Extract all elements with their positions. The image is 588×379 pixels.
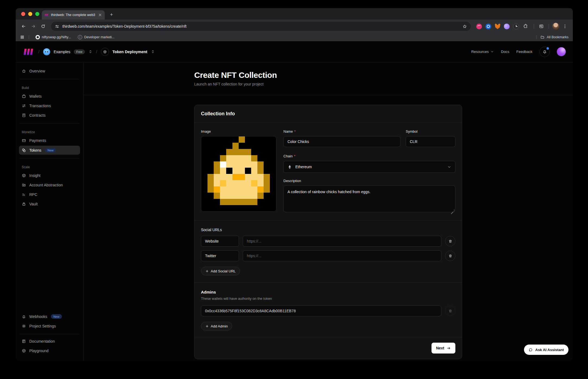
browser-profile-avatar[interactable] — [552, 23, 559, 30]
sidebar-item-rpc[interactable]: RPC — [19, 190, 80, 199]
social-urls-section: Social URLs Add Social URL — [201, 228, 455, 275]
all-bookmarks[interactable]: All Bookmarks — [535, 35, 568, 39]
sidebar-item-webhooks[interactable]: WebhooksNew — [19, 312, 80, 321]
delete-social-url-button[interactable] — [445, 236, 455, 246]
sidebar-item-contracts[interactable]: Contracts — [19, 111, 80, 120]
sidebar-item-wallets[interactable]: Wallets — [19, 92, 80, 101]
project-switcher-icon[interactable] — [151, 50, 155, 54]
sidebar-item-project-settings[interactable]: Project Settings — [19, 322, 80, 330]
side-panel-button[interactable] — [537, 22, 545, 30]
bookmark-item[interactable]: Developer marketi... — [76, 35, 117, 39]
extension-icon-purple[interactable] — [504, 24, 510, 29]
contracts-icon — [22, 113, 26, 117]
arrow-right-icon — [447, 346, 451, 350]
resources-menu[interactable]: Resources — [471, 50, 494, 54]
back-button[interactable] — [20, 22, 28, 30]
extensions-puzzle-icon[interactable] — [522, 23, 529, 30]
chain-value: Ethereum — [295, 165, 444, 169]
collection-image-upload[interactable] — [201, 136, 276, 212]
new-badge: New — [51, 314, 62, 319]
thirdweb-logo[interactable] — [23, 48, 35, 56]
sidebar-item-transactions[interactable]: Transactions — [19, 101, 80, 110]
metamask-extension-icon[interactable] — [495, 24, 500, 29]
browser-window: thirdweb: The complete web3 + thirdweb.c… — [16, 8, 573, 361]
browser-menu-button[interactable] — [561, 22, 569, 30]
ethereum-icon — [287, 165, 292, 169]
sidebar-item-documentation[interactable]: Documentation — [19, 337, 80, 346]
ask-ai-assistant-button[interactable]: Ask AI Assistant — [524, 345, 568, 355]
bookmark-label: Developer marketi... — [84, 35, 114, 39]
extension-icon-blue[interactable] — [485, 24, 491, 29]
address-bar[interactable]: thirdweb.com/team/examples/Token-Deploym… — [51, 22, 471, 31]
new-tab-button[interactable]: + — [108, 12, 114, 18]
sidebar-item-overview[interactable]: Overview — [19, 67, 80, 75]
extensions-row — [475, 23, 531, 30]
page-header: Create NFT Collection Launch an NFT coll… — [84, 62, 573, 95]
header-actions: Resources Docs Feedback — [471, 47, 566, 57]
plan-badge: Free — [74, 49, 85, 54]
add-admin-button[interactable]: Add Admin — [201, 322, 232, 330]
breadcrumb-separator: / — [38, 49, 40, 55]
social-url-input[interactable] — [243, 236, 441, 247]
bookmark-star-icon[interactable] — [462, 24, 467, 29]
chain-select[interactable]: Ethereum — [283, 161, 455, 173]
docs-link[interactable]: Docs — [501, 50, 509, 54]
image-label: Image — [201, 129, 211, 133]
social-platform-input[interactable] — [201, 236, 239, 247]
extension-icon-pink[interactable] — [476, 24, 482, 29]
delete-social-url-button[interactable] — [445, 251, 455, 261]
page-subtitle: Launch an NFT collection for your projec… — [194, 82, 462, 86]
social-urls-title: Social URLs — [201, 228, 455, 232]
reload-button[interactable] — [39, 22, 47, 30]
notification-dot — [547, 47, 549, 50]
name-input[interactable] — [283, 136, 400, 147]
cube-icon — [22, 349, 26, 353]
bookmark-item[interactable]: niftyswap.gg/Nifty... — [33, 35, 73, 39]
sidebar-item-account-abstraction[interactable]: Account Abstraction — [19, 181, 80, 189]
add-social-url-button[interactable]: Add Social URL — [201, 267, 240, 275]
social-url-input[interactable] — [243, 250, 441, 261]
social-platform-input[interactable] — [201, 250, 239, 261]
plus-icon — [205, 269, 209, 273]
symbol-label: Symbol — [406, 129, 417, 133]
sidebar-item-tokens[interactable]: TokensNew — [19, 146, 80, 155]
card-footer: Next — [194, 337, 462, 359]
url-text: thirdweb.com/team/examples/Token-Deploym… — [62, 24, 459, 28]
team-name[interactable]: Examples — [54, 50, 70, 54]
sidebar-item-label: Insight — [29, 173, 40, 178]
browser-tab[interactable]: thirdweb: The complete web3 — [42, 10, 105, 20]
description-textarea[interactable]: A collection of rainbow chicks hatched f… — [283, 186, 455, 212]
main-content: Create NFT Collection Launch an NFT coll… — [84, 62, 573, 361]
sidebar-item-label: Tokens — [29, 148, 41, 152]
card-header: Collection Info — [194, 105, 462, 123]
extension-icon-clock[interactable] — [513, 24, 519, 29]
delete-admin-button[interactable] — [445, 306, 455, 316]
page-title: Create NFT Collection — [194, 71, 462, 80]
close-tab-icon[interactable] — [98, 13, 102, 17]
admin-wallet-input[interactable] — [201, 305, 441, 316]
apps-grid-icon[interactable] — [20, 35, 24, 39]
team-switcher-icon[interactable] — [88, 50, 92, 54]
team-avatar[interactable] — [43, 48, 50, 55]
tab-strip: thirdweb: The complete web3 + — [16, 8, 573, 20]
bell-icon — [22, 314, 26, 319]
admin-wallet-row — [201, 305, 455, 316]
next-button[interactable]: Next — [432, 343, 455, 353]
close-window-button[interactable] — [21, 12, 25, 16]
fullscreen-window-button[interactable] — [35, 12, 39, 16]
user-avatar[interactable] — [557, 47, 566, 56]
sidebar-item-vault[interactable]: Vault — [19, 200, 80, 208]
minimize-window-button[interactable] — [28, 12, 32, 16]
forward-button[interactable] — [29, 22, 37, 30]
project-name[interactable]: Token Deployment — [113, 50, 148, 54]
resize-handle[interactable] — [452, 209, 454, 212]
sidebar-item-playground[interactable]: Playground — [19, 346, 80, 355]
symbol-input[interactable] — [406, 136, 455, 147]
site-settings-icon[interactable] — [55, 24, 59, 29]
feedback-link[interactable]: Feedback — [516, 50, 532, 54]
folder-icon — [540, 35, 545, 39]
new-badge: New — [45, 148, 56, 152]
sidebar-item-payments[interactable]: Payments — [19, 136, 80, 145]
sidebar-item-insight[interactable]: Insight — [19, 171, 80, 180]
notifications-button[interactable] — [539, 47, 550, 57]
